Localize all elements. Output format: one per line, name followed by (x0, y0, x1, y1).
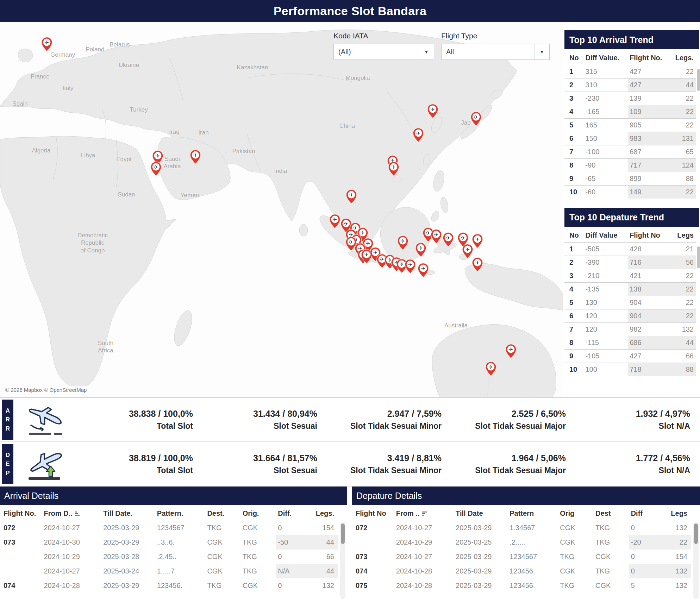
col-dest[interactable]: Dest. (205, 506, 240, 521)
trend-scrollbar-thumb[interactable] (697, 69, 700, 91)
plane-icon: ✈ (421, 266, 426, 271)
map-pin[interactable]: ✈ (471, 112, 482, 126)
map-pin[interactable]: ✈ (443, 232, 454, 247)
trend-row[interactable]: 7-10068765 (564, 145, 696, 159)
sort-ascending-icon (75, 511, 80, 516)
trend-row[interactable]: 9-6589988 (564, 172, 696, 186)
col-orig[interactable]: Orig (558, 506, 593, 521)
col-diff-value[interactable]: Diff Value (584, 228, 628, 243)
col-pattern[interactable]: Pattern. (155, 506, 205, 521)
map-pin[interactable]: ✈ (398, 236, 408, 250)
map-pin[interactable]: ✈ (190, 150, 201, 164)
diff-value: -230 (584, 92, 628, 105)
detail-cell: 123456. (507, 578, 558, 593)
trend-scrollbar-thumb[interactable] (697, 246, 700, 268)
trend-row[interactable]: 4-13513822 (564, 283, 696, 296)
col-from-date[interactable]: From D.. (42, 506, 101, 521)
detail-cell: TKG (205, 521, 240, 535)
trend-row[interactable]: 131542722 (564, 65, 696, 79)
col-till-date[interactable]: Till Date (454, 506, 507, 521)
chevron-down-icon[interactable]: ▼ (534, 44, 549, 59)
trend-row[interactable]: 1010071888 (564, 363, 696, 376)
detail-row[interactable]: 0722024-10-272025-03-291.34567CGKTKG0132 (352, 521, 691, 535)
col-till-date[interactable]: Till Date. (101, 506, 155, 521)
col-no[interactable]: No (564, 51, 584, 65)
departure-details-title-text: Depature Details (356, 491, 422, 501)
trend-row[interactable]: 3-21042122 (564, 269, 696, 283)
detail-row[interactable]: 0722024-10-272025-03-291234567TKGCGK0154 (0, 521, 338, 535)
col-legs[interactable]: Legs (669, 228, 696, 243)
chevron-down-icon[interactable]: ▼ (419, 44, 434, 59)
scrollbar-thumb[interactable] (694, 523, 698, 544)
kpi-stat: 2.947 / 7,59%Slot Tidak Sesuai Minor (327, 409, 451, 431)
trend-row[interactable]: 513090422 (564, 296, 696, 309)
trend-row[interactable]: 8-90717124 (564, 159, 696, 172)
map-pin[interactable]: ✈ (486, 362, 496, 376)
col-diff[interactable]: Diff (629, 506, 661, 521)
map-pin[interactable]: ✈ (415, 243, 426, 257)
col-pattern[interactable]: Pattern (507, 506, 558, 521)
detail-row[interactable]: 2024-10-272025-03-241.....7CGKTKGN/A44 (0, 564, 338, 578)
map-pin[interactable]: ✈ (388, 162, 399, 176)
trend-row[interactable]: 231042744 (564, 79, 696, 92)
map-pin[interactable]: ✈ (427, 104, 438, 118)
detail-row[interactable]: 0752024-10-282025-03-29123456.TKGCGK5132 (352, 578, 691, 593)
diff-value: 120 (584, 309, 628, 323)
map-pin[interactable]: ✈ (506, 344, 517, 358)
map-pin[interactable]: ✈ (431, 229, 442, 244)
col-flight-no[interactable]: Flight No. (0, 506, 42, 521)
col-legs[interactable]: Legs. (308, 506, 338, 521)
trend-row[interactable]: 4-16510922 (564, 105, 696, 119)
kode-iata-dropdown[interactable]: (All) ▼ (333, 44, 434, 60)
col-flight-no[interactable]: Flight No (628, 228, 669, 243)
legs: 88 (669, 363, 696, 376)
map-country-label: Libya (81, 152, 95, 159)
departure-details-scrollbar[interactable] (693, 522, 699, 599)
detail-row[interactable]: 0742024-10-282025-03-29123456.CGKTKG0132 (352, 564, 691, 578)
detail-row[interactable]: 2024-10-292025-03-25.2.....CGKTKG-2022 (352, 535, 691, 550)
map-pin[interactable]: ✈ (330, 214, 340, 228)
trend-row[interactable]: 1-50542821 (564, 243, 696, 256)
detail-cell: TKG (593, 521, 629, 535)
map-pin[interactable]: ✈ (413, 128, 424, 142)
detail-row[interactable]: 0742024-10-282025-03-29123456.TKGCGK0132 (0, 578, 338, 593)
map-pin[interactable]: ✈ (462, 244, 473, 258)
col-orig[interactable]: Orig. (240, 506, 276, 521)
map-pin[interactable]: ✈ (346, 189, 357, 204)
detail-row[interactable]: 0732024-10-302025-03-29..3..6.CGKTKG-504… (0, 535, 338, 550)
trend-row[interactable]: 6150983131 (564, 132, 696, 145)
diff-value: -105 (584, 350, 628, 363)
detail-cell: 0 (276, 578, 307, 593)
map-pin[interactable]: ✈ (405, 259, 416, 274)
map-pin[interactable]: ✈ (472, 257, 483, 272)
col-flight-no[interactable]: Flight No (352, 506, 394, 521)
world-map[interactable]: GermanyPolandBelarusUkraineKazakhstanMon… (0, 22, 563, 397)
detail-row[interactable]: 2024-10-292025-03-28.2.45..CGKTKG066 (0, 550, 338, 564)
arrival-details-scrollbar[interactable] (340, 522, 345, 599)
map-pin[interactable]: ✈ (42, 37, 52, 51)
col-dest[interactable]: Dest (593, 506, 629, 521)
map-pin[interactable]: ✈ (472, 234, 483, 248)
trend-row[interactable]: 612090422 (564, 309, 696, 323)
col-from-date[interactable]: From .. (394, 506, 454, 521)
detail-row[interactable]: 0732024-10-272025-03-291234567TKGCGK0154 (352, 550, 691, 564)
trend-row[interactable]: 10-6014922 (564, 186, 696, 199)
arrival-stats-row: A R R 38.838 / 100,0%Total Slot31.434 / … (0, 397, 700, 441)
trend-row[interactable]: 516590522 (564, 119, 696, 132)
trend-row[interactable]: 8-11568644 (564, 336, 696, 350)
col-diff-value[interactable]: Diff Value. (584, 51, 628, 65)
trend-row[interactable]: 2-39071656 (564, 256, 696, 269)
trend-row[interactable]: 3-23013922 (564, 92, 696, 105)
scrollbar-thumb[interactable] (341, 523, 345, 544)
map-pin[interactable]: ✈ (151, 162, 162, 176)
col-diff[interactable]: Diff. (276, 506, 307, 521)
col-flight-no[interactable]: Flight No. (628, 51, 669, 65)
map-pin[interactable]: ✈ (418, 263, 429, 277)
col-no[interactable]: No (564, 228, 584, 243)
col-legs[interactable]: Legs. (669, 51, 696, 65)
col-legs[interactable]: Legs (661, 506, 691, 521)
detail-cell: 66 (308, 550, 338, 564)
trend-row[interactable]: 7120982132 (564, 323, 696, 336)
trend-row[interactable]: 9-10542766 (564, 350, 696, 363)
flight-type-dropdown[interactable]: All ▼ (441, 44, 550, 60)
